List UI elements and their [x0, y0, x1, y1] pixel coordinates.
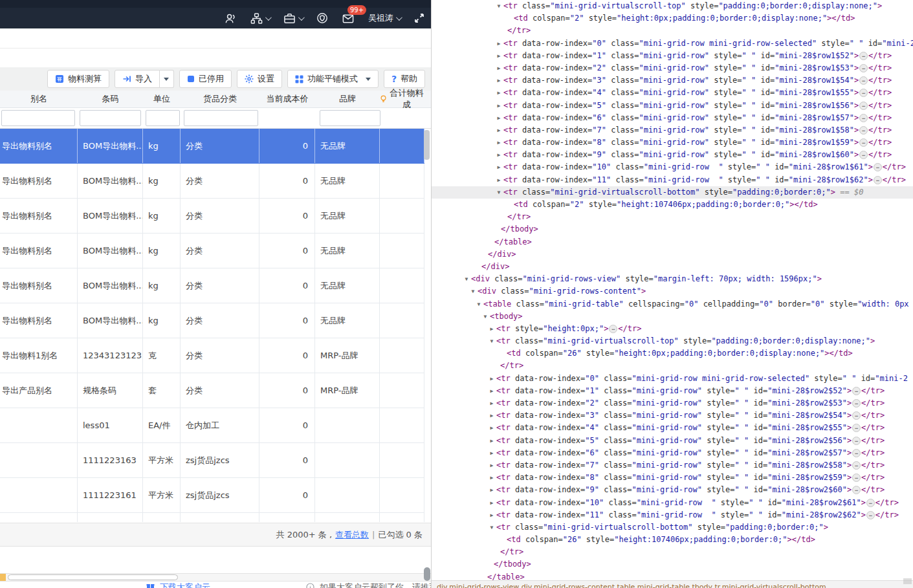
tile-mode-button[interactable]: 功能平铺模式	[287, 70, 379, 88]
disclosure-collapsed-icon[interactable]: ▶	[495, 161, 503, 173]
disclosure-collapsed-icon[interactable]: ▶	[488, 323, 496, 335]
security-shield-icon[interactable]	[316, 12, 328, 24]
table-row[interactable]: 导出物料别名BOM导出物料...kg分类0无品牌	[0, 303, 424, 338]
disclosure-collapsed-icon[interactable]: ▶	[488, 459, 496, 472]
disclosure-collapsed-icon[interactable]: ▶	[495, 38, 503, 50]
disabled-filter-button[interactable]: 已停用	[179, 70, 232, 88]
table-row[interactable]: 导出物料别名BOM导出物料...kg分类0无品牌	[0, 234, 424, 268]
devtools-code-line[interactable]: ▼<tr class="mini-grid-virtualscroll-top"…	[432, 335, 913, 347]
disclosure-collapsed-icon[interactable]: ▶	[488, 409, 496, 422]
filter-input-alias[interactable]	[1, 110, 75, 126]
table-row[interactable]	[0, 513, 424, 522]
ellipsis-expand-button[interactable]: …	[859, 138, 868, 147]
devtools-code-line[interactable]: ▶<tr data-row-index="11" class="mini-gri…	[432, 509, 913, 521]
devtools-code-line[interactable]: </table>	[432, 236, 913, 248]
devtools-code-line[interactable]: ▶<tr data-row-index="0" class="mini-grid…	[432, 373, 913, 385]
devtools-code-line[interactable]: ▼<table class="mini-grid-table" cellspac…	[432, 298, 913, 310]
devtools-code-line[interactable]: ▶<tr data-row-index="10" class="mini-gri…	[432, 161, 913, 173]
disclosure-collapsed-icon[interactable]: ▶	[488, 497, 496, 509]
devtools-code-line[interactable]: </tbody>	[432, 558, 913, 571]
devtools-code-line[interactable]: ▶<tr data-row-index="5" class="mini-grid…	[432, 435, 913, 447]
material-calc-button[interactable]: 物料测算	[47, 70, 109, 88]
devtools-code-line[interactable]: </tbody>	[432, 223, 913, 235]
devtools-code-line[interactable]: ▶<tr data-row-index="5" class="mini-grid…	[432, 100, 913, 112]
ellipsis-expand-button[interactable]: …	[852, 399, 861, 408]
ellipsis-expand-button[interactable]: …	[852, 486, 861, 494]
filter-input-brand[interactable]	[320, 110, 380, 126]
devtools-code-line[interactable]: ▶<tr data-row-index="9" class="mini-grid…	[432, 149, 913, 161]
disclosure-collapsed-icon[interactable]: ▶	[495, 87, 503, 99]
table-row[interactable]: 导出物料别名BOM导出物料...kg分类0无品牌	[0, 129, 424, 164]
disclosure-collapsed-icon[interactable]: ▶	[495, 136, 503, 149]
devtools-code-line[interactable]: </tr>	[432, 546, 913, 558]
devtools-code-line[interactable]: ▼<tr class="mini-grid-virtualscroll-top"…	[432, 0, 913, 12]
devtools-code-line[interactable]: </tr>	[432, 25, 913, 37]
vertical-scrollbar-thumb[interactable]	[424, 567, 430, 581]
user-menu[interactable]: 吴祖涛	[368, 12, 401, 24]
devtools-code-line[interactable]: ▶<tr data-row-index="2" class="mini-grid…	[432, 62, 913, 74]
column-header-alias[interactable]: 别名	[0, 91, 78, 107]
column-header-barcode[interactable]: 条码	[78, 91, 143, 107]
ellipsis-expand-button[interactable]: …	[859, 151, 868, 159]
disclosure-expanded-icon[interactable]: ▼	[475, 298, 483, 310]
devtools-code-line[interactable]: ▶<tr data-row-index="7" class="mini-grid…	[432, 124, 913, 136]
ellipsis-expand-button[interactable]: …	[852, 411, 861, 420]
ellipsis-expand-button[interactable]: …	[852, 437, 861, 445]
table-row[interactable]: 导出物料别名BOM导出物料...kg分类0无品牌	[0, 268, 424, 303]
download-link[interactable]: 下载大客户云	[160, 582, 210, 588]
column-header-cost[interactable]: 当前成本价	[259, 91, 315, 107]
ellipsis-expand-button[interactable]: …	[859, 64, 868, 72]
column-header-total[interactable]: 合计物料成	[380, 91, 424, 107]
ellipsis-expand-button[interactable]: …	[866, 499, 875, 507]
devtools-code-line[interactable]: ▼<div class="mini-grid-rows-content">	[432, 285, 913, 298]
horizontal-scrollbar-thumb[interactable]	[8, 574, 178, 580]
devtools-code-line[interactable]: ▶<tr data-row-index="0" class="mini-grid…	[432, 38, 913, 50]
ellipsis-expand-button[interactable]: …	[852, 449, 861, 457]
disclosure-collapsed-icon[interactable]: ▶	[495, 74, 503, 87]
table-row[interactable]: 1111223161平方米zsj货品jzcs0	[0, 478, 424, 513]
devtools-code-line[interactable]: ▼<div class="mini-grid-rows-view" style=…	[432, 273, 913, 285]
devtools-code-line[interactable]: ▶<tr data-row-index="8" class="mini-grid…	[432, 472, 913, 484]
devtools-code-line[interactable]: ▶<tr data-row-index="10" class="mini-gri…	[432, 497, 913, 509]
devtools-code-line[interactable]: ▶<tr data-row-index="1" class="mini-grid…	[432, 385, 913, 397]
view-total-link[interactable]: 查看总数	[335, 529, 369, 541]
disclosure-collapsed-icon[interactable]: ▶	[488, 435, 496, 447]
ellipsis-expand-button[interactable]: …	[866, 511, 875, 519]
ellipsis-expand-button[interactable]: …	[859, 52, 868, 60]
disclosure-expanded-icon[interactable]: ▼	[488, 521, 496, 534]
contacts-icon[interactable]	[225, 12, 237, 25]
devtools-code-line[interactable]: ▶<tr data-row-index="3" class="mini-grid…	[432, 74, 913, 87]
import-dropdown-button[interactable]	[160, 70, 174, 88]
settings-button[interactable]: 设置	[237, 70, 282, 88]
devtools-code-line[interactable]: </div>	[432, 248, 913, 261]
disclosure-collapsed-icon[interactable]: ▶	[488, 472, 496, 484]
disclosure-collapsed-icon[interactable]: ▶	[488, 385, 496, 397]
ellipsis-expand-button[interactable]: …	[852, 461, 861, 470]
fullscreen-expand-icon[interactable]	[414, 13, 424, 23]
devtools-code-line[interactable]: ▶<tr style="height:0px;">…</tr>	[432, 323, 913, 335]
ellipsis-expand-button[interactable]: …	[609, 325, 617, 333]
disclosure-expanded-icon[interactable]: ▼	[495, 0, 503, 12]
disclosure-expanded-icon[interactable]: ▼	[495, 186, 503, 199]
devtools-code-line[interactable]: </tr>	[432, 360, 913, 372]
ellipsis-expand-button[interactable]: …	[852, 387, 861, 395]
org-structure-menu[interactable]	[250, 12, 270, 25]
ellipsis-expand-button[interactable]: …	[852, 474, 861, 482]
ellipsis-expand-button[interactable]: …	[859, 114, 868, 122]
disclosure-collapsed-icon[interactable]: ▶	[495, 149, 503, 161]
filter-input-unit[interactable]	[146, 110, 180, 126]
disclosure-collapsed-icon[interactable]: ▶	[495, 174, 503, 186]
help-button[interactable]: ? 帮助	[384, 70, 425, 88]
grid-vertical-scrollbar-thumb[interactable]	[424, 130, 430, 160]
devtools-code-line[interactable]: ▶<tr data-row-index="6" class="mini-grid…	[432, 112, 913, 124]
devtools-code-line[interactable]: ▶<tr data-row-index="7" class="mini-grid…	[432, 459, 913, 472]
devtools-code-line[interactable]: ▶<tr data-row-index="4" class="mini-grid…	[432, 422, 913, 434]
disclosure-collapsed-icon[interactable]: ▶	[495, 112, 503, 124]
ellipsis-expand-button[interactable]: …	[859, 89, 868, 97]
table-row[interactable]: less01EA/件仓内加工0	[0, 408, 424, 443]
devtools-code-line[interactable]: ▶<tr data-row-index="9" class="mini-grid…	[432, 484, 913, 496]
devtools-code-line[interactable]: ▶<tr data-row-index="4" class="mini-grid…	[432, 87, 913, 99]
devtools-code-line[interactable]: ▼<tr class="mini-grid-virtualscroll-bott…	[432, 521, 913, 534]
disclosure-expanded-icon[interactable]: ▼	[481, 310, 489, 323]
disclosure-collapsed-icon[interactable]: ▶	[495, 62, 503, 74]
